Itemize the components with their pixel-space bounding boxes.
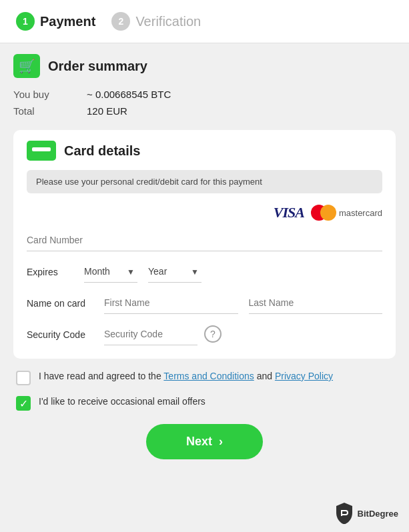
card-details-section: Card details Please use your personal cr…	[13, 130, 396, 359]
terms-text: I have read and agreed to the Terms and …	[39, 369, 333, 383]
total-value: 120 EUR	[87, 103, 396, 119]
you-buy-value: ~ 0.00668545 BTC	[87, 86, 396, 103]
terms-text-middle: and	[254, 371, 275, 381]
steps-header: 1 Payment 2 Verification	[0, 0, 409, 43]
terms-text-before: I have read and agreed to the	[39, 371, 163, 381]
order-summary-header: 🛒 Order summary	[13, 54, 396, 78]
security-input-wrapper: ?	[104, 323, 382, 345]
step-payment: 1 Payment	[16, 12, 95, 31]
email-offers-checkbox-row: ✓ I'd like to receive occasional email o…	[13, 395, 396, 411]
card-icon	[27, 141, 56, 161]
next-button-label: Next	[186, 435, 212, 449]
year-select-wrapper: Year 2024202520262027 202820292030 ▼	[148, 261, 201, 283]
month-select[interactable]: Month 01020304 05060708 09101112	[84, 261, 137, 283]
order-row-total: Total 120 EUR	[13, 103, 396, 119]
bitdegree-shield-icon	[335, 503, 354, 524]
security-code-label: Security Code	[27, 329, 93, 345]
payment-logos: VISA mastercard	[27, 204, 382, 221]
step-2-label: Verification	[135, 14, 201, 29]
email-offers-text: I'd like to receive occasional email off…	[39, 395, 206, 409]
order-row-buy: You buy ~ 0.00668545 BTC	[13, 86, 396, 103]
expires-label: Expires	[27, 267, 73, 277]
card-section-header: Card details	[27, 141, 382, 161]
privacy-link[interactable]: Privacy Policy	[275, 371, 333, 381]
order-table: You buy ~ 0.00668545 BTC Total 120 EUR	[13, 86, 396, 119]
name-row: Name on card	[27, 292, 382, 314]
mc-orange-circle	[320, 205, 336, 221]
step-1-circle: 1	[16, 12, 35, 31]
step-1-label: Payment	[40, 14, 95, 29]
mastercard-text: mastercard	[339, 208, 382, 218]
main-content: 🛒 Order summary You buy ~ 0.00668545 BTC…	[0, 43, 409, 481]
terms-checkbox-row: I have read and agreed to the Terms and …	[13, 369, 396, 385]
first-name-input[interactable]	[104, 292, 238, 314]
mastercard-logo: mastercard	[311, 205, 382, 221]
last-name-input[interactable]	[249, 292, 383, 314]
card-number-group	[27, 229, 382, 251]
terms-link[interactable]: Terms and Conditions	[163, 371, 254, 381]
you-buy-label: You buy	[13, 86, 87, 103]
expires-row: Expires Month 01020304 05060708 09101112…	[27, 261, 382, 283]
card-number-input[interactable]	[27, 229, 382, 251]
step-2-circle: 2	[111, 12, 130, 31]
security-code-input[interactable]	[104, 323, 197, 345]
mc-circles	[311, 205, 336, 221]
email-offers-checkbox[interactable]: ✓	[16, 396, 31, 411]
terms-checkbox[interactable]	[16, 371, 31, 385]
next-arrow-icon: ›	[219, 435, 223, 449]
step-verification: 2 Verification	[111, 12, 201, 31]
year-select[interactable]: Year 2024202520262027 202820292030	[148, 261, 201, 283]
card-notice: Please use your personal credit/debit ca…	[27, 170, 382, 193]
name-on-card-label: Name on card	[27, 298, 93, 314]
visa-logo: VISA	[274, 204, 304, 221]
cart-icon: 🛒	[13, 54, 40, 78]
card-details-title: Card details	[64, 143, 140, 159]
total-label: Total	[13, 103, 87, 119]
security-code-help-button[interactable]: ?	[204, 325, 222, 343]
bitdegree-name: BitDegree	[358, 509, 398, 519]
security-code-row: Security Code ?	[27, 323, 382, 345]
next-button[interactable]: Next ›	[146, 424, 263, 459]
bitdegree-branding: BitDegree	[335, 503, 398, 524]
order-summary-title: Order summary	[48, 59, 147, 74]
month-select-wrapper: Month 01020304 05060708 09101112 ▼	[84, 261, 137, 283]
next-button-wrapper: Next ›	[13, 424, 396, 459]
